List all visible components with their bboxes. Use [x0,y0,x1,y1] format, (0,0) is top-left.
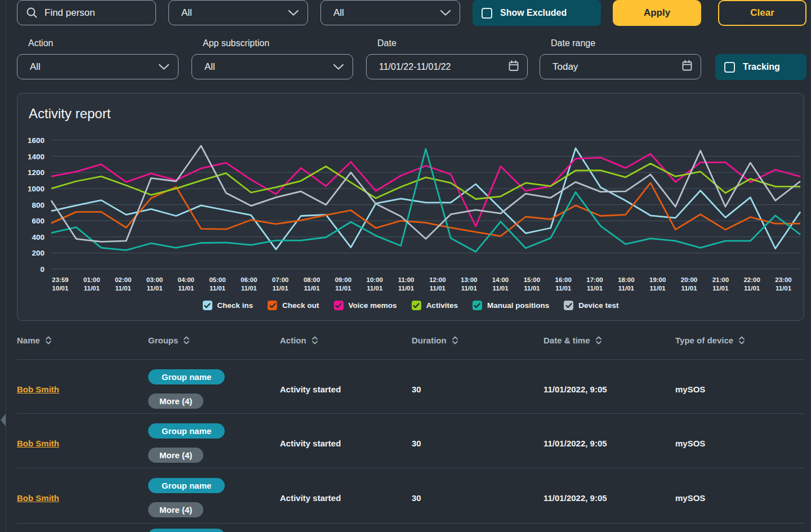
group-name-pill[interactable]: Group name [148,369,225,385]
legend-checkbox-voice-memos[interactable] [334,301,344,310]
tracking-label: Tracking [743,62,780,72]
sort-icon[interactable] [311,336,319,345]
y-axis-tick: 600 [32,217,44,225]
series-line-voice-memos [51,154,800,226]
group-name-pill[interactable]: Group name [148,478,225,493]
x-axis-tick: 08:0011/01 [304,276,320,292]
x-axis-tick: 19:0011/01 [649,276,666,292]
date-range-field[interactable]: Today [540,54,701,79]
apply-button[interactable]: Apply [613,0,701,26]
activity-chart[interactable]: 0200400600800100012001400160023:5910/010… [17,93,805,321]
calendar-icon[interactable] [681,60,693,74]
legend-item-voice-memos[interactable]: Voice memos [334,301,397,310]
column-header-name[interactable]: Name [17,336,52,345]
column-label: Date & time [543,336,590,345]
find-person-field[interactable] [17,0,156,25]
chart-legend: Check insCheck outVoice memosActivitesMa… [17,301,804,310]
app-subscription-value: All [192,61,215,73]
legend-checkbox-device-test[interactable] [564,301,573,310]
column-header-date-time[interactable]: Date & time [543,336,603,345]
legend-checkbox-check-out[interactable] [268,301,277,310]
calendar-icon[interactable] [508,60,519,74]
y-axis-tick: 400 [32,233,44,242]
legend-checkbox-activites[interactable] [412,301,421,310]
sidebar-collapse-arrow-icon[interactable] [1,414,6,426]
sort-icon[interactable] [451,336,459,345]
x-axis-tick: 09:0011/01 [335,276,351,292]
action-cell: Activity started [280,439,341,448]
person-filter-value: All [169,7,192,19]
datetime-cell: 11/01/2022, 9:05 [543,493,607,503]
device-type-cell: mySOS [675,439,705,448]
show-excluded-toggle[interactable]: Show Excluded [473,0,601,26]
x-axis-tick: 16:0011/01 [555,276,572,292]
y-axis-tick: 200 [32,249,44,257]
x-axis-tick: 02:0011/01 [115,276,131,292]
column-header-type-of-device[interactable]: Type of device [675,336,746,345]
apply-label: Apply [644,7,670,19]
duration-cell: 30 [412,385,421,394]
y-axis-tick: 0 [40,265,44,274]
person-name-link[interactable]: Bob Smith [17,439,59,448]
tracking-toggle[interactable]: Tracking [715,54,806,80]
column-header-duration[interactable]: Duration [412,336,459,345]
search-input[interactable] [44,7,140,19]
legend-checkbox-manual-positions[interactable] [473,301,482,310]
x-axis-tick: 12:0011/01 [429,276,445,292]
column-header-action[interactable]: Action [280,336,319,345]
device-type-cell: mySOS [675,493,705,503]
group-name-pill[interactable]: Group name [148,529,225,532]
person-name-link[interactable]: Bob Smith [17,385,59,394]
column-label: Name [17,336,40,345]
column-label: Duration [412,336,447,345]
group-filter-select[interactable]: All [320,0,460,25]
legend-label: Activites [426,301,458,310]
table-row: Group name [17,523,804,532]
legend-item-manual-positions[interactable]: Manual positions [473,301,549,310]
x-axis-tick: 07:0011/01 [272,276,288,292]
series-line-check-ins [51,148,800,249]
date-label: Date [377,38,396,48]
x-axis-tick: 10:0011/01 [367,276,383,292]
x-axis-tick: 20:0011/01 [681,276,697,292]
legend-label: Check ins [217,301,253,310]
chevron-down-icon [288,7,298,19]
column-label: Type of device [675,336,733,345]
x-axis-tick: 06:0011/01 [240,276,257,292]
y-axis-tick: 1000 [28,185,44,193]
app-subscription-select[interactable]: All [191,54,353,79]
legend-item-check-out[interactable]: Check out [268,301,319,310]
activity-dashboard: { "filters": { "search": { "placeholder"… [0,0,811,532]
series-line-check-out [51,183,800,236]
legend-label: Voice memos [349,301,397,310]
group-name-pill[interactable]: Group name [148,423,225,439]
x-axis-tick: 23:5910/01 [52,276,69,292]
legend-item-check-ins[interactable]: Check ins [203,301,253,310]
sort-icon[interactable] [44,336,52,345]
person-name-link[interactable]: Bob Smith [17,493,59,503]
legend-item-device-test[interactable]: Device test [564,301,618,310]
legend-item-activites[interactable]: Activites [412,301,458,310]
action-label: Action [28,38,53,48]
sort-icon[interactable] [738,336,746,345]
person-filter-select[interactable]: All [168,0,308,25]
x-axis-tick: 14:0011/01 [492,276,509,292]
series-line-activites [51,164,800,199]
chevron-down-icon [333,61,344,73]
sort-icon[interactable] [595,336,603,345]
more-groups-pill[interactable]: More (4) [148,448,203,463]
date-field[interactable]: 11/01/22-11/01/22 [366,54,528,79]
clear-button[interactable]: Clear [718,0,806,26]
tracking-checkbox[interactable] [724,62,735,73]
more-groups-pill[interactable]: More (4) [148,502,203,517]
column-label: Groups [148,336,178,345]
sort-icon[interactable] [182,336,190,345]
device-type-cell: mySOS [675,385,705,394]
action-select[interactable]: All [17,54,179,79]
legend-label: Device test [578,301,618,310]
legend-checkbox-check-ins[interactable] [203,301,212,310]
chevron-down-icon [159,61,169,73]
more-groups-pill[interactable]: More (4) [148,394,203,409]
show-excluded-checkbox[interactable] [482,8,492,19]
column-header-groups[interactable]: Groups [148,336,190,345]
